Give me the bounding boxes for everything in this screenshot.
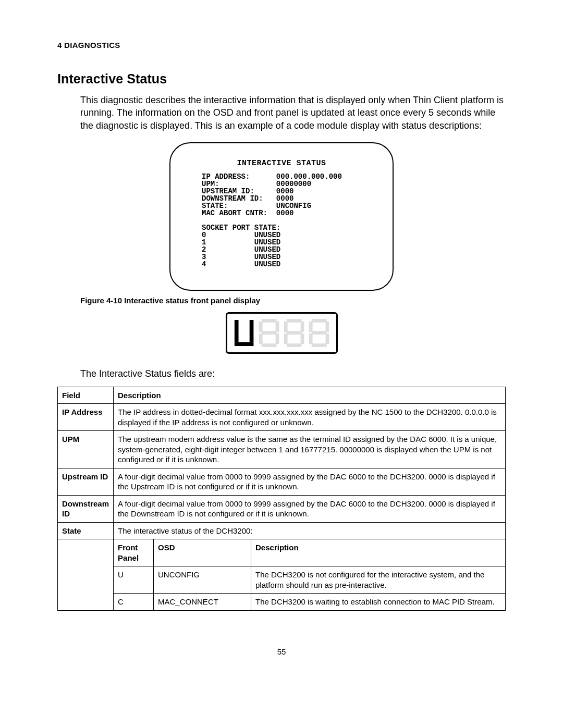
table-row: State The interactive status of the DCH3… — [58, 522, 506, 539]
page-number: 55 — [57, 647, 506, 656]
svg-rect-10 — [287, 319, 302, 323]
sub-cell-desc: The DCH3200 is not configured for the in… — [251, 566, 505, 594]
svg-rect-1 — [249, 320, 253, 342]
th-field: Field — [58, 387, 114, 404]
sub-th-osd: OSD — [154, 539, 251, 566]
osd-title: INTERACTIVE STATUS — [186, 159, 377, 168]
svg-rect-14 — [301, 322, 304, 332]
svg-rect-15 — [284, 334, 288, 344]
cell-description: A four-digit decimal value from 0000 to … — [114, 495, 506, 522]
state-subtable: Front Panel OSD Description U UNCONFIG T… — [114, 539, 505, 610]
table-row-state-sub: Front Panel OSD Description U UNCONFIG T… — [58, 539, 506, 611]
svg-rect-13 — [284, 322, 288, 332]
sub-cell-fp: C — [114, 594, 154, 610]
intro-paragraph: This diagnostic describes the interactiv… — [80, 94, 506, 132]
table-row: IP Address The IP address in dotted-deci… — [58, 404, 506, 431]
svg-rect-7 — [275, 322, 279, 332]
sub-th-frontpanel: Front Panel — [114, 539, 154, 566]
seven-seg-blank — [283, 317, 305, 349]
svg-rect-21 — [326, 322, 329, 332]
svg-rect-20 — [309, 322, 313, 332]
cell-description: The interactive status of the DCH3200: — [114, 522, 506, 539]
cell-field: UPM — [58, 431, 114, 468]
cell-field: State — [58, 522, 114, 539]
sub-cell-osd: MAC_CONNECT — [154, 594, 251, 610]
svg-rect-22 — [309, 334, 313, 344]
svg-rect-0 — [234, 320, 238, 342]
svg-rect-11 — [287, 331, 302, 335]
seven-seg-blank — [308, 317, 331, 349]
fields-intro: The Interactive Status fields are: — [80, 368, 506, 379]
section-header: 4 DIAGNOSTICS — [57, 41, 506, 50]
sub-row: C MAC_CONNECT The DCH3200 is waiting to … — [114, 594, 505, 610]
cell-description: A four-digit decimal value from 0000 to … — [114, 468, 506, 495]
page-title: Interactive Status — [57, 71, 506, 87]
svg-rect-17 — [312, 319, 327, 323]
svg-rect-18 — [312, 331, 327, 335]
svg-rect-19 — [312, 343, 327, 347]
cell-description: The IP address in dotted-decimal format … — [114, 404, 506, 431]
figure-caption: Figure 4-10 Interactive status front pan… — [80, 296, 506, 305]
table-row: UPM The upstream modem address value is … — [58, 431, 506, 468]
svg-rect-6 — [259, 322, 263, 332]
svg-rect-8 — [259, 334, 263, 344]
sub-cell-osd: UNCONFIG — [154, 566, 251, 594]
cell-field: Upstream ID — [58, 468, 114, 495]
front-panel-display — [226, 312, 338, 354]
svg-rect-9 — [275, 334, 279, 344]
svg-rect-12 — [287, 343, 302, 347]
osd-content: IP ADDRESS: 000.000.000.000 UPM: 0000000… — [202, 173, 377, 268]
cell-description: The upstream modem address value is the … — [114, 431, 506, 468]
th-description: Description — [114, 387, 506, 404]
fields-table: Field Description IP Address The IP addr… — [57, 387, 506, 611]
seven-seg-u — [232, 317, 255, 349]
sub-cell-desc: The DCH3200 is waiting to establish conn… — [251, 594, 505, 610]
cell-field: IP Address — [58, 404, 114, 431]
table-header-row: Field Description — [58, 387, 506, 404]
svg-rect-5 — [261, 343, 276, 347]
svg-rect-16 — [301, 334, 304, 344]
sub-cell-fp: U — [114, 566, 154, 594]
sub-row: U UNCONFIG The DCH3200 is not configured… — [114, 566, 505, 594]
table-row: Upstream ID A four-digit decimal value f… — [58, 468, 506, 495]
svg-rect-3 — [261, 319, 276, 323]
table-row: Downstream ID A four-digit decimal value… — [58, 495, 506, 522]
seven-seg-blank — [258, 317, 280, 349]
svg-rect-4 — [261, 331, 276, 335]
cell-field-empty — [58, 539, 114, 611]
cell-field: Downstream ID — [58, 495, 114, 522]
cell-state-subtable: Front Panel OSD Description U UNCONFIG T… — [114, 539, 506, 611]
osd-screen: INTERACTIVE STATUS IP ADDRESS: 000.000.0… — [169, 142, 394, 291]
sub-header-row: Front Panel OSD Description — [114, 539, 505, 566]
svg-rect-23 — [326, 334, 329, 344]
sub-th-description: Description — [251, 539, 505, 566]
svg-rect-2 — [234, 342, 253, 346]
